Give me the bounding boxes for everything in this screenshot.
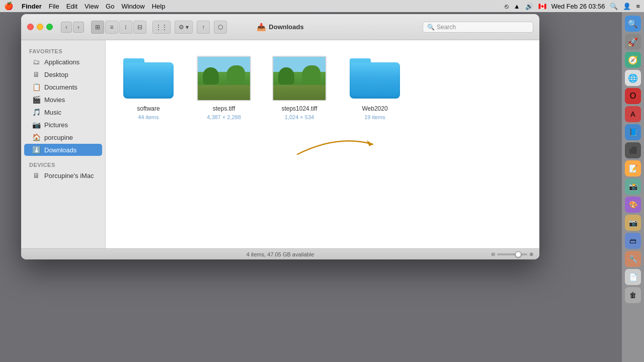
dock-icon-launchpad[interactable]: 🚀	[625, 34, 641, 50]
dock-right: 🔍 🚀 🧭 🌐 O A 📘 ⬛ 📝 📸 🎨 📷 🗃 🔧 📄 🗑	[622, 12, 644, 362]
dock-icon-app13[interactable]: 🗃	[625, 233, 641, 249]
group-button[interactable]: ⋮⋮	[152, 21, 171, 34]
sidebar-item-music[interactable]: 🎵 Music	[24, 106, 102, 118]
folder-icon-area	[120, 54, 177, 102]
action-button[interactable]: ⚙ ▾	[175, 21, 193, 34]
dock-icon-app8[interactable]: ⬛	[625, 142, 641, 158]
sidebar-item-documents[interactable]: 📋 Documents	[24, 81, 102, 93]
tag-button[interactable]: ⬡	[214, 21, 227, 34]
sidebar-item-label: Movies	[44, 96, 65, 104]
dock-icon-app7[interactable]: 📘	[625, 124, 641, 140]
list-view-button[interactable]: ≡	[105, 21, 118, 34]
curve-arrow-svg	[287, 129, 388, 164]
tiff-preview-steps1024	[273, 57, 326, 100]
search-magnifier-icon: 🔍	[427, 24, 435, 31]
sidebar-item-label: Applications	[44, 58, 79, 66]
main-content: Favorites 🗂 Applications 🖥 Desktop 📋 Doc…	[21, 40, 539, 248]
back-button[interactable]: ‹	[61, 22, 72, 33]
dock-icon-finder[interactable]: 🔍	[625, 16, 641, 32]
slider-track[interactable]	[497, 253, 527, 255]
column-view-button[interactable]: ⫶	[119, 21, 132, 34]
forward-button[interactable]: ›	[73, 22, 84, 33]
file-item-steps-tiff[interactable]: steps.tiff 4,387 × 2,288	[191, 50, 257, 124]
dock-icon-trash[interactable]: 🗑	[625, 287, 641, 303]
sidebar-item-label: Pictures	[44, 121, 68, 129]
menubar-time: Wed Feb 26 03:56	[551, 3, 605, 10]
zoom-in-icon: ⊕	[529, 251, 533, 257]
user-avatar[interactable]: 👤	[623, 3, 631, 10]
sidebar-item-imac[interactable]: 🖥 Porcupine's iMac	[24, 169, 102, 182]
dock-icon-notes[interactable]: 📝	[625, 160, 641, 176]
sidebar-item-desktop[interactable]: 🖥 Desktop	[24, 68, 102, 80]
sidebar-item-movies[interactable]: 🎬 Movies	[24, 94, 102, 106]
documents-icon: 📋	[32, 83, 40, 91]
favorites-header: Favorites	[21, 46, 105, 55]
dock-icon-safari[interactable]: 🧭	[625, 52, 641, 68]
dock-icon-app11[interactable]: 🎨	[625, 197, 641, 213]
minimize-button[interactable]	[37, 24, 43, 30]
sidebar-item-applications[interactable]: 🗂 Applications	[24, 56, 102, 68]
menubar: 🍎 Finder File Edit View Go Window Help ⎋…	[0, 0, 644, 12]
sidebar: Favorites 🗂 Applications 🖥 Desktop 📋 Doc…	[21, 40, 106, 248]
folder-icon-web2020	[350, 58, 400, 99]
control-center-icon[interactable]: ≡	[636, 3, 640, 10]
zoom-slider[interactable]: ⊖ ⊕	[491, 251, 533, 257]
sidebar-item-label: Documents	[44, 83, 77, 91]
menu-file[interactable]: File	[49, 3, 59, 10]
sidebar-item-label: porcupine	[44, 134, 73, 141]
file-name-web2020: Web2020	[362, 105, 387, 113]
titlebar: ‹ › ⊞ ≡ ⫶ ⊟ ⋮⋮ ⚙ ▾ ↑ ⬡ 📥 Downloads 🔍 Sea…	[21, 14, 539, 40]
close-button[interactable]	[27, 24, 34, 30]
menu-finder[interactable]: Finder	[22, 3, 42, 10]
dock-icon-acrobat[interactable]: A	[625, 106, 641, 122]
window-title-text: Downloads	[269, 23, 303, 31]
dock-icon-app12[interactable]: 📷	[625, 215, 641, 231]
pictures-icon: 📷	[32, 121, 40, 129]
menu-help[interactable]: Help	[152, 3, 166, 10]
status-text: 4 items, 47.05 GB available	[247, 251, 314, 257]
tiff-preview-steps	[198, 57, 250, 100]
icon-view-button[interactable]: ⊞	[91, 21, 104, 34]
menu-edit[interactable]: Edit	[66, 3, 77, 10]
bluetooth-icon: ⎋	[505, 3, 509, 10]
menu-window[interactable]: Window	[121, 3, 144, 10]
file-item-software[interactable]: software 44 items	[116, 50, 181, 124]
devices-header: Devices	[21, 160, 105, 169]
search-icon[interactable]: 🔍	[610, 3, 618, 10]
menu-view[interactable]: View	[85, 3, 99, 10]
view-toolbar: ⊞ ≡ ⫶ ⊟	[91, 21, 146, 34]
dock-icon-app10[interactable]: 📸	[625, 178, 641, 195]
file-meta-software: 44 items	[138, 114, 159, 120]
applications-icon: 🗂	[32, 58, 40, 66]
tiff-thumb-steps1024	[272, 56, 327, 101]
dock-icon-opera[interactable]: O	[625, 88, 641, 104]
music-icon: 🎵	[32, 108, 40, 116]
sidebar-item-pictures[interactable]: 📷 Pictures	[24, 119, 102, 131]
sidebar-item-downloads[interactable]: ⬇️ Downloads	[24, 144, 102, 156]
tiff-icon-area-1	[196, 54, 252, 102]
window-title-icon: 📥	[257, 23, 266, 32]
apple-menu[interactable]: 🍎	[4, 2, 14, 11]
menu-go[interactable]: Go	[106, 3, 114, 10]
volume-icon: 🔊	[525, 3, 533, 10]
sidebar-item-label: Downloads	[44, 146, 76, 154]
slider-thumb[interactable]	[515, 251, 521, 257]
dock-icon-app14[interactable]: 🔧	[625, 251, 641, 267]
file-name-software: software	[137, 105, 159, 113]
file-item-web2020[interactable]: Web2020 19 items	[342, 50, 408, 124]
dock-icon-app15[interactable]: 📄	[625, 269, 641, 285]
share-button[interactable]: ↑	[197, 21, 210, 34]
flag-icon: 🇨🇦	[538, 3, 546, 10]
arrow-annotation	[116, 124, 529, 164]
file-grid: software 44 items steps.tiff 4,387 × 2,2…	[116, 50, 529, 124]
dock-icon-chrome[interactable]: 🌐	[625, 70, 641, 86]
downloads-icon: ⬇️	[32, 146, 40, 154]
maximize-button[interactable]	[46, 24, 53, 30]
wifi-icon: ▲	[514, 3, 520, 10]
menubar-right: ⎋ ▲ 🔊 🇨🇦 Wed Feb 26 03:56 🔍 👤 ≡	[505, 3, 640, 10]
file-item-steps1024-tiff[interactable]: steps1024.tiff 1,024 × 534	[267, 50, 332, 124]
gallery-view-button[interactable]: ⊟	[133, 21, 146, 34]
sidebar-item-porcupine[interactable]: 🏠 porcupine	[24, 131, 102, 143]
search-bar[interactable]: 🔍 Search	[423, 22, 533, 33]
status-bar: 4 items, 47.05 GB available ⊖ ⊕	[21, 248, 539, 259]
